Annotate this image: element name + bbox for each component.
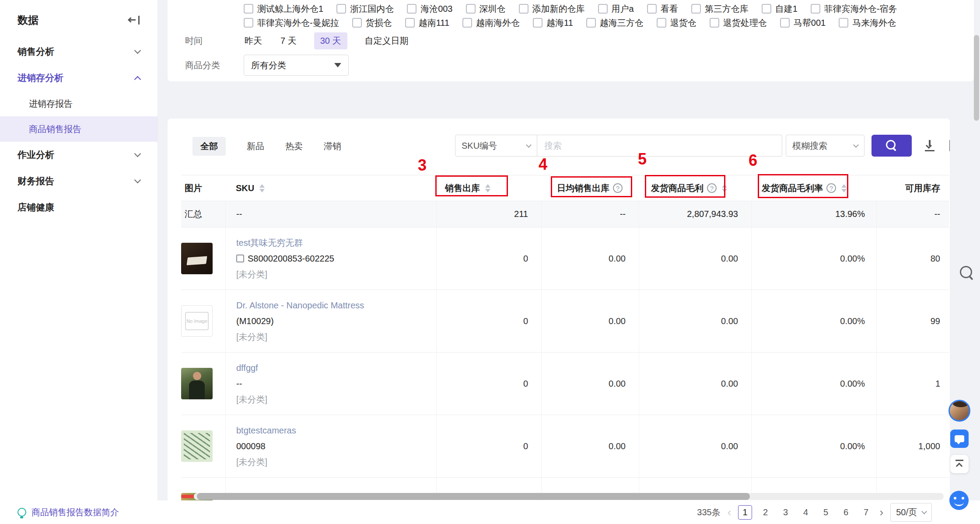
product-image[interactable]: No Image (181, 305, 213, 337)
vertical-scrollbar-thumb[interactable] (974, 35, 979, 121)
warehouse-option[interactable]: 越海11 (533, 17, 573, 29)
tab-new[interactable]: 新品 (247, 140, 264, 152)
sidebar-item-sales-analysis[interactable]: 销售分析 (0, 38, 158, 65)
warehouse-checkbox[interactable] (839, 18, 848, 28)
warehouse-option[interactable]: 越海三方仓 (586, 17, 644, 29)
horizontal-scrollbar-thumb[interactable] (197, 493, 750, 500)
warehouse-checkbox[interactable] (244, 4, 253, 14)
search-button[interactable] (872, 135, 912, 157)
product-name-link[interactable]: Dr. Alstone - Nanopedic Mattress (236, 299, 364, 312)
category-select[interactable]: 所有分类 (244, 55, 349, 76)
warehouse-option[interactable]: 菲律宾海外仓-宿务 (811, 3, 897, 15)
warehouse-option[interactable]: 第三方仓库 (691, 3, 749, 15)
warehouse-checkbox[interactable] (710, 18, 719, 28)
warehouse-checkbox[interactable] (352, 18, 362, 28)
warehouse-option[interactable]: 退货仓 (657, 17, 696, 29)
warehouse-label: 自建1 (775, 3, 798, 15)
cell-profit: 0.00 (639, 227, 751, 290)
product-category: [未分类] (236, 455, 296, 468)
warehouse-option[interactable]: 浙江国内仓 (336, 3, 394, 15)
product-name-link[interactable]: btgtestcameras (236, 424, 296, 437)
product-image[interactable] (181, 430, 213, 462)
report-data-intro-link[interactable]: 商品销售报告数据简介 (18, 507, 119, 518)
warehouse-option[interactable]: 海沧003 (407, 3, 452, 15)
tab-slow[interactable]: 滞销 (324, 140, 341, 152)
sku-field-select[interactable]: SKU编号 (455, 135, 537, 157)
chevron-up-icon (134, 76, 141, 83)
warehouse-checkbox[interactable] (244, 18, 253, 28)
warehouse-option[interactable]: 退货处理仓 (710, 17, 767, 29)
warehouse-checkbox[interactable] (598, 4, 608, 14)
horizontal-scrollbar[interactable] (194, 493, 944, 500)
search-input[interactable] (537, 135, 782, 157)
warehouse-option[interactable]: 看看 (647, 3, 678, 15)
warehouse-option[interactable]: 添加新的仓库 (519, 3, 585, 15)
warehouse-checkbox[interactable] (466, 4, 476, 14)
fuzzy-search-select[interactable]: 模糊搜索 (786, 135, 864, 157)
back-to-top-icon[interactable] (950, 455, 969, 473)
page-size-select[interactable]: 50/页 (890, 503, 932, 522)
tab-all[interactable]: 全部 (192, 137, 226, 156)
sidebar-item-inventory-analysis[interactable]: 进销存分析 (0, 65, 158, 91)
tab-hot[interactable]: 热卖 (285, 140, 303, 152)
product-name-link[interactable]: test其味无穷无群 (236, 236, 334, 249)
pagination-next-icon[interactable]: › (880, 507, 884, 518)
warehouse-label: 浙江国内仓 (350, 3, 394, 15)
sidebar-item-shop-health[interactable]: 店铺健康 (0, 194, 158, 220)
chat-icon[interactable] (950, 430, 969, 448)
pagination-page-7[interactable]: 7 (860, 506, 873, 519)
warehouse-checkbox[interactable] (657, 18, 666, 28)
float-search-icon[interactable] (960, 266, 976, 282)
product-image[interactable] (181, 243, 213, 274)
pagination-page-1[interactable]: 1 (738, 505, 752, 520)
sidebar-item-product-sales-report[interactable]: 商品销售报告 (0, 116, 158, 142)
time-option-yesterday[interactable]: 昨天 (244, 32, 263, 49)
pagination-prev-icon[interactable]: ‹ (728, 507, 732, 518)
warehouse-checkbox[interactable] (647, 4, 657, 14)
warehouse-option[interactable]: 越南海外仓 (462, 17, 520, 29)
column-settings-icon[interactable] (949, 140, 950, 152)
product-name-link[interactable]: dffggf (236, 361, 267, 374)
sidebar-item-inventory-report[interactable]: 进销存报告 (0, 91, 158, 116)
col-header-sku[interactable]: SKU (225, 175, 436, 201)
product-code: 000098 (236, 440, 266, 453)
warehouse-label: 退货处理仓 (723, 17, 767, 29)
pagination-page-2[interactable]: 2 (759, 506, 772, 519)
warehouse-option[interactable]: 马帮001 (780, 17, 826, 29)
time-option-custom[interactable]: 自定义日期 (364, 32, 410, 49)
warehouse-checkbox[interactable] (811, 4, 820, 14)
sidebar-item-finance-report[interactable]: 财务报告 (0, 168, 158, 194)
warehouse-option[interactable]: 用户a (598, 3, 634, 15)
warehouse-option[interactable]: 菲律宾海外仓-曼妮拉 (244, 17, 339, 29)
time-option-30days[interactable]: 30 天 (314, 32, 347, 49)
pagination-page-3[interactable]: 3 (779, 506, 792, 519)
warehouse-checkbox[interactable] (780, 18, 790, 28)
report-table: 图片 SKU 销售出库 日均销售出库 发货商品毛利 发货商品毛利率 可用库存 汇… (181, 175, 949, 502)
warehouse-checkbox[interactable] (336, 4, 346, 14)
pagination-page-5[interactable]: 5 (819, 506, 833, 519)
sidebar-item-operation-analysis[interactable]: 作业分析 (0, 142, 158, 168)
warehouse-option[interactable]: 马来海外仓 (839, 17, 896, 29)
smiley-assistant-icon[interactable] (949, 491, 969, 510)
warehouse-checkbox[interactable] (586, 18, 596, 28)
warehouse-option[interactable]: 自建1 (762, 3, 798, 15)
time-option-7days[interactable]: 7 天 (280, 32, 298, 49)
sort-icon[interactable] (259, 184, 265, 192)
warehouse-checkbox[interactable] (533, 18, 542, 28)
pagination-page-6[interactable]: 6 (840, 506, 853, 519)
warehouse-checkbox[interactable] (519, 4, 528, 14)
warehouse-checkbox[interactable] (462, 18, 472, 28)
warehouse-checkbox[interactable] (407, 4, 416, 14)
warehouse-option[interactable]: 越南111 (405, 17, 449, 29)
pagination-page-4[interactable]: 4 (799, 506, 812, 519)
assistant-avatar[interactable] (948, 400, 970, 422)
collapse-sidebar-icon[interactable] (128, 15, 141, 25)
warehouse-checkbox[interactable] (405, 18, 415, 28)
warehouse-option[interactable]: 深圳仓 (466, 3, 506, 15)
warehouse-option[interactable]: 测试鲸上海外仓1 (244, 3, 323, 15)
warehouse-checkbox[interactable] (762, 4, 771, 14)
product-image[interactable] (181, 368, 213, 399)
download-icon[interactable] (923, 139, 936, 152)
warehouse-checkbox[interactable] (691, 4, 701, 14)
warehouse-option[interactable]: 货损仓 (352, 17, 392, 29)
